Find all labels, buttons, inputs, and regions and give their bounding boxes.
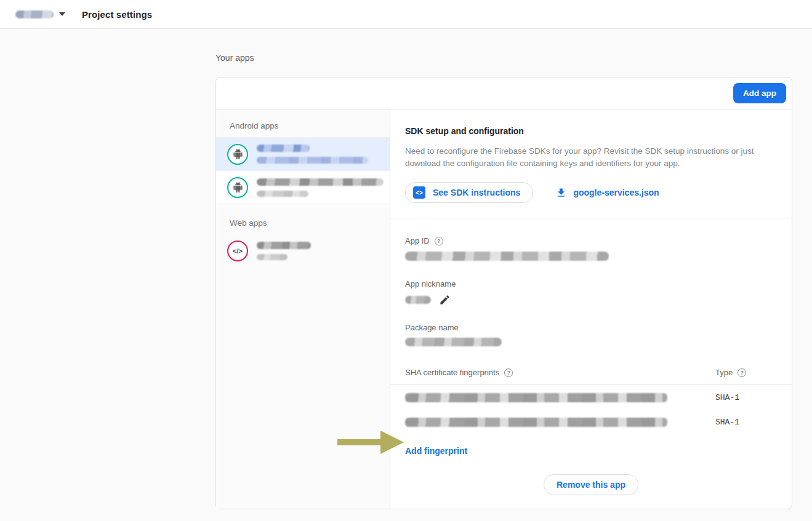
- type-label: Type: [715, 368, 733, 377]
- redacted-nickname-value: [405, 296, 431, 304]
- help-icon[interactable]: ?: [435, 237, 443, 245]
- redacted-package-name-value: [405, 338, 502, 346]
- android-app-item-selected[interactable]: [216, 138, 390, 171]
- add-app-button[interactable]: Add app: [733, 83, 786, 103]
- your-apps-card: Add app Android apps: [215, 77, 792, 509]
- app-id-label-row: App ID ?: [405, 236, 777, 245]
- app-item-text: [257, 242, 311, 260]
- arrow-shaft: [337, 439, 383, 445]
- redacted-package-id: [257, 191, 308, 197]
- google-services-json-label: google-services.json: [573, 188, 659, 197]
- app-details-panel: SDK setup and configuration Need to reco…: [390, 109, 792, 509]
- web-app-item[interactable]: </>: [216, 234, 390, 268]
- android-icon: [227, 144, 248, 165]
- top-bar: Project settings: [0, 0, 812, 29]
- redacted-fingerprint-value: [405, 418, 667, 427]
- download-google-services-link[interactable]: google-services.json: [555, 187, 659, 199]
- redacted-project-name: [15, 10, 54, 18]
- fingerprint-row: SHA-1: [390, 385, 792, 410]
- code-icon: <>: [413, 186, 425, 199]
- see-sdk-instructions-button[interactable]: <> See SDK instructions: [405, 182, 533, 203]
- edit-pencil-icon[interactable]: [439, 294, 451, 306]
- page-title: Project settings: [82, 9, 152, 20]
- see-sdk-instructions-label: See SDK instructions: [433, 188, 520, 197]
- app-fields-section: App ID ? App nickname Package n: [390, 218, 792, 346]
- android-apps-label: Android apps: [216, 109, 390, 138]
- app-id-label: App ID: [405, 236, 430, 245]
- redacted-app-id: [257, 254, 287, 260]
- app-nickname-label-row: App nickname: [405, 279, 777, 288]
- remove-this-app-button[interactable]: Remove this app: [544, 474, 638, 495]
- sdk-actions-row: <> See SDK instructions google-services.…: [405, 182, 777, 203]
- sha-type-header: Type ?: [715, 368, 792, 377]
- download-icon: [555, 187, 567, 199]
- app-nickname-label: App nickname: [405, 279, 456, 288]
- your-apps-heading: Your apps: [215, 53, 254, 63]
- redacted-app-name: [257, 178, 384, 186]
- web-app-icon: </>: [227, 241, 248, 261]
- sdk-section: SDK setup and configuration Need to reco…: [390, 109, 792, 218]
- sha-header-label: SHA certificate fingerprints: [405, 368, 499, 377]
- app-nickname-value-row: [405, 294, 777, 306]
- fingerprint-type: SHA-1: [715, 393, 792, 402]
- redacted-app-name: [257, 145, 310, 152]
- sha-table-header: SHA certificate fingerprints ? Type ?: [390, 368, 792, 377]
- chevron-down-icon: [59, 12, 65, 16]
- fingerprint-row: SHA-1: [390, 410, 792, 434]
- package-name-label-row: Package name: [405, 323, 777, 332]
- app-item-text: [257, 178, 384, 197]
- help-icon[interactable]: ?: [738, 368, 746, 377]
- app-item-text: [257, 145, 368, 164]
- android-icon: [227, 177, 248, 198]
- redacted-app-name: [257, 242, 311, 249]
- web-apps-label: Web apps: [216, 204, 390, 234]
- package-name-label: Package name: [405, 323, 459, 332]
- redacted-app-id-value: [405, 252, 609, 261]
- arrow-head: [380, 431, 404, 454]
- redacted-package-id: [257, 157, 368, 164]
- card-body: Android apps: [216, 109, 792, 509]
- add-fingerprint-link[interactable]: Add fingerprint: [405, 446, 467, 456]
- firebase-project-settings-page: Project settings Your apps Add app Andro…: [0, 0, 812, 521]
- project-selector-dropdown[interactable]: [15, 10, 65, 18]
- card-header: Add app: [216, 78, 792, 109]
- help-icon[interactable]: ?: [504, 368, 513, 377]
- sha-fingerprints-header: SHA certificate fingerprints ?: [405, 368, 715, 377]
- android-app-item[interactable]: [216, 171, 390, 204]
- sdk-description: Need to reconfigure the Firebase SDKs fo…: [405, 145, 777, 170]
- fingerprint-type: SHA-1: [715, 418, 792, 427]
- annotation-arrow: [337, 431, 404, 454]
- sdk-section-title: SDK setup and configuration: [405, 126, 777, 136]
- redacted-fingerprint-value: [405, 393, 667, 402]
